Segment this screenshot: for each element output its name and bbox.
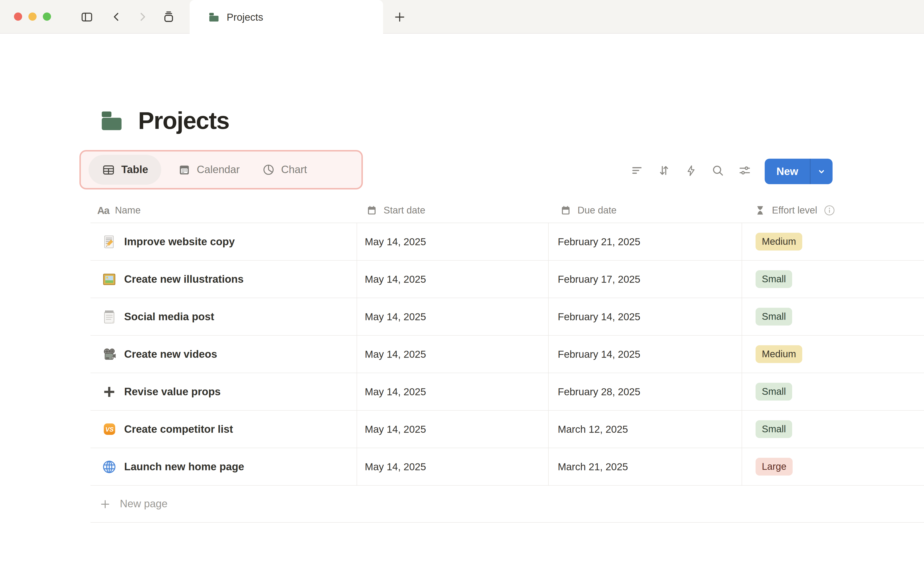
hourglass-icon <box>754 205 766 216</box>
table-row: Create new videos May 14, 2025 February … <box>90 335 924 373</box>
page-name[interactable]: Launch new home page <box>124 448 244 485</box>
text-property-icon: Aa <box>97 205 109 216</box>
window-titlebar: Projects <box>0 0 924 34</box>
tab-projects[interactable]: Projects <box>190 0 383 34</box>
close-window-button[interactable] <box>14 13 22 21</box>
page-title[interactable]: Projects <box>138 107 229 135</box>
movie-camera-icon <box>100 335 118 372</box>
view-label: Chart <box>281 163 307 176</box>
fullscreen-window-button[interactable] <box>43 13 51 21</box>
memo-icon <box>100 223 118 260</box>
views-highlight: Table Calendar <box>79 150 363 189</box>
view-label: Calendar <box>197 163 240 176</box>
page-name[interactable]: Revise value props <box>124 373 221 410</box>
start-date-cell[interactable]: May 14, 2025 <box>365 298 426 335</box>
effort-tag[interactable]: Medium <box>756 233 802 250</box>
view-options-icon[interactable] <box>737 163 752 178</box>
due-date-cell[interactable]: March 12, 2025 <box>558 411 628 448</box>
svg-text:VS: VS <box>105 426 113 433</box>
plus-icon <box>100 373 118 410</box>
due-date-cell[interactable]: February 28, 2025 <box>558 373 640 410</box>
tab-chart-view[interactable]: Chart <box>262 163 307 176</box>
vs-icon: VS <box>100 411 118 448</box>
automations-icon[interactable] <box>683 163 698 178</box>
new-button-label[interactable]: New <box>765 159 810 184</box>
page-name[interactable]: Improve website copy <box>124 223 235 260</box>
effort-tag[interactable]: Small <box>756 270 792 288</box>
table-row: Revise value props May 14, 2025 February… <box>90 373 924 411</box>
table-row: Improve website copy May 14, 2025 Februa… <box>90 223 924 261</box>
view-label: Table <box>121 163 148 176</box>
effort-tag[interactable]: Small <box>756 308 792 326</box>
start-date-cell[interactable]: May 14, 2025 <box>365 448 426 485</box>
new-tab-icon[interactable] <box>393 10 406 24</box>
framed-picture-icon <box>100 261 118 298</box>
tab-calendar-view[interactable]: Calendar <box>178 163 240 176</box>
due-date-cell[interactable]: February 14, 2025 <box>558 298 640 335</box>
database-toolbar <box>630 163 752 178</box>
start-date-cell[interactable]: May 14, 2025 <box>365 223 426 260</box>
sidebar-toggle-icon[interactable] <box>80 10 94 24</box>
new-page-label: New page <box>120 498 168 510</box>
info-icon[interactable] <box>824 205 835 216</box>
projects-table: Aa Name Start date <box>0 198 924 523</box>
start-date-cell[interactable]: May 14, 2025 <box>365 411 426 448</box>
start-date-cell[interactable]: May 14, 2025 <box>365 335 426 372</box>
plus-icon <box>99 498 111 510</box>
column-header-due-date[interactable]: Effort level Due date <box>560 198 617 222</box>
effort-tag[interactable]: Small <box>756 383 792 401</box>
due-date-cell[interactable]: February 17, 2025 <box>558 261 640 298</box>
effort-tag[interactable]: Medium <box>756 345 802 363</box>
tab-title: Projects <box>227 11 263 23</box>
start-date-cell[interactable]: May 14, 2025 <box>365 373 426 410</box>
start-date-cell[interactable]: May 14, 2025 <box>365 261 426 298</box>
table-view-icon <box>102 163 115 177</box>
forward-icon[interactable] <box>136 10 149 24</box>
column-header-name[interactable]: Aa Name <box>97 198 141 222</box>
page-name[interactable]: Social media post <box>124 298 214 335</box>
due-date-cell[interactable]: February 21, 2025 <box>558 223 640 260</box>
calendar-icon <box>366 205 378 216</box>
table-header-row: Aa Name Start date <box>90 198 924 223</box>
pie-chart-icon <box>262 163 275 176</box>
calendar-view-icon <box>178 163 191 176</box>
new-button[interactable]: New <box>765 159 833 184</box>
spiral-notepad-icon <box>100 298 118 335</box>
folder-icon <box>207 11 220 24</box>
sort-icon[interactable] <box>656 163 671 178</box>
tab-history-icon[interactable] <box>162 10 175 24</box>
page-name[interactable]: Create new illustrations <box>124 261 244 298</box>
table-row: Create new illustrations May 14, 2025 Fe… <box>90 261 924 298</box>
effort-tag[interactable]: Small <box>756 420 792 438</box>
page-name[interactable]: Create competitor list <box>124 411 233 448</box>
chevron-down-icon[interactable] <box>811 159 833 184</box>
table-row: Social media post May 14, 2025 February … <box>90 298 924 335</box>
back-icon[interactable] <box>110 10 123 24</box>
table-row: VS Create competitor list May 14, 2025 M… <box>90 411 924 448</box>
page-folder-icon[interactable] <box>98 107 126 134</box>
page-name[interactable]: Create new videos <box>124 335 217 372</box>
search-icon[interactable] <box>710 163 725 178</box>
window-controls <box>14 13 51 21</box>
due-date-cell[interactable]: March 21, 2025 <box>558 448 628 485</box>
minimize-window-button[interactable] <box>28 13 37 21</box>
table-row: Launch new home page May 14, 2025 March … <box>90 448 924 486</box>
effort-tag[interactable]: Large <box>756 458 793 475</box>
tab-table-view[interactable]: Table <box>89 155 161 185</box>
calendar-icon <box>560 205 572 216</box>
page-title-block: Projects <box>98 107 229 135</box>
filter-icon[interactable] <box>630 163 645 178</box>
column-header-start-date[interactable]: Start date <box>366 198 425 222</box>
column-header-effort-level[interactable]: Effort level <box>754 198 835 222</box>
new-page-row[interactable]: New page <box>90 486 924 523</box>
notion-window: Projects Projects T <box>0 0 924 577</box>
globe-icon <box>100 448 118 485</box>
due-date-cell[interactable]: February 14, 2025 <box>558 335 640 372</box>
